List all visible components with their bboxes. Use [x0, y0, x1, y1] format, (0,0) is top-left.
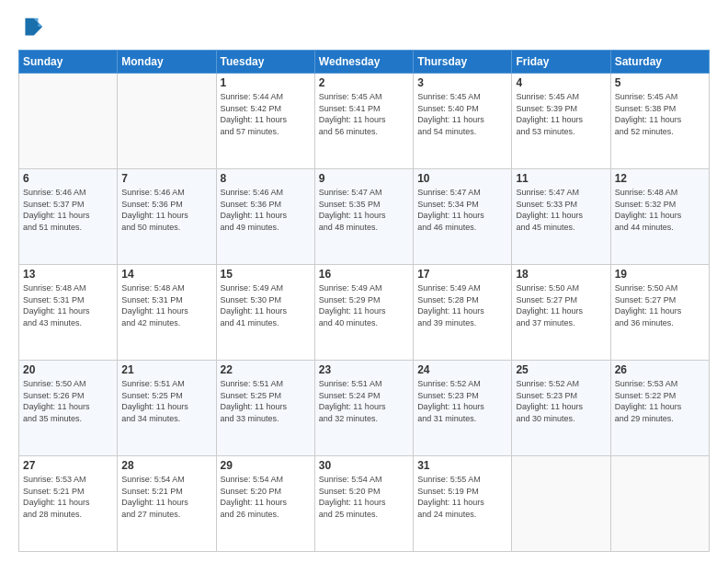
day-info: Sunrise: 5:46 AM Sunset: 5:37 PM Dayligh…	[23, 187, 113, 233]
calendar-cell: 9Sunrise: 5:47 AM Sunset: 5:35 PM Daylig…	[314, 169, 413, 265]
calendar-cell: 23Sunrise: 5:51 AM Sunset: 5:24 PM Dayli…	[314, 361, 413, 456]
day-number: 16	[319, 268, 409, 281]
calendar-week-5: 27Sunrise: 5:53 AM Sunset: 5:21 PM Dayli…	[19, 456, 710, 552]
calendar-cell: 6Sunrise: 5:46 AM Sunset: 5:37 PM Daylig…	[19, 169, 118, 265]
day-info: Sunrise: 5:48 AM Sunset: 5:31 PM Dayligh…	[121, 282, 211, 328]
calendar-weekday-thursday: Thursday	[414, 51, 512, 74]
day-number: 3	[417, 76, 507, 89]
calendar-cell: 12Sunrise: 5:48 AM Sunset: 5:32 PM Dayli…	[610, 169, 709, 265]
day-number: 6	[23, 172, 113, 185]
day-info: Sunrise: 5:49 AM Sunset: 5:30 PM Dayligh…	[221, 282, 311, 328]
calendar-week-4: 20Sunrise: 5:50 AM Sunset: 5:26 PM Dayli…	[19, 361, 710, 456]
day-number: 13	[23, 268, 113, 281]
calendar-cell: 21Sunrise: 5:51 AM Sunset: 5:25 PM Dayli…	[118, 361, 216, 456]
day-info: Sunrise: 5:54 AM Sunset: 5:21 PM Dayligh…	[121, 474, 211, 520]
day-number: 8	[221, 172, 311, 185]
day-info: Sunrise: 5:48 AM Sunset: 5:32 PM Dayligh…	[615, 187, 705, 233]
logo	[18, 15, 48, 40]
day-info: Sunrise: 5:45 AM Sunset: 5:40 PM Dayligh…	[417, 91, 507, 137]
calendar-cell: 5Sunrise: 5:45 AM Sunset: 5:38 PM Daylig…	[610, 74, 709, 169]
day-info: Sunrise: 5:47 AM Sunset: 5:34 PM Dayligh…	[417, 187, 507, 233]
calendar-cell: 30Sunrise: 5:54 AM Sunset: 5:20 PM Dayli…	[314, 456, 413, 552]
day-number: 29	[221, 459, 311, 472]
day-info: Sunrise: 5:49 AM Sunset: 5:29 PM Dayligh…	[319, 282, 409, 328]
logo-icon	[18, 15, 44, 40]
day-number: 28	[121, 459, 211, 472]
calendar-cell: 3Sunrise: 5:45 AM Sunset: 5:40 PM Daylig…	[414, 74, 512, 169]
calendar-weekday-saturday: Saturday	[610, 51, 709, 74]
day-number: 2	[319, 76, 409, 89]
day-info: Sunrise: 5:50 AM Sunset: 5:27 PM Dayligh…	[615, 282, 705, 328]
calendar-cell: 24Sunrise: 5:52 AM Sunset: 5:23 PM Dayli…	[414, 361, 512, 456]
calendar-cell: 10Sunrise: 5:47 AM Sunset: 5:34 PM Dayli…	[414, 169, 512, 265]
calendar-cell: 26Sunrise: 5:53 AM Sunset: 5:22 PM Dayli…	[610, 361, 709, 456]
calendar-cell: 27Sunrise: 5:53 AM Sunset: 5:21 PM Dayli…	[19, 456, 118, 552]
day-number: 20	[23, 363, 113, 376]
calendar-cell: 25Sunrise: 5:52 AM Sunset: 5:23 PM Dayli…	[512, 361, 610, 456]
day-info: Sunrise: 5:49 AM Sunset: 5:28 PM Dayligh…	[417, 282, 507, 328]
calendar-cell: 1Sunrise: 5:44 AM Sunset: 5:42 PM Daylig…	[216, 74, 314, 169]
calendar-cell: 8Sunrise: 5:46 AM Sunset: 5:36 PM Daylig…	[216, 169, 314, 265]
day-number: 26	[615, 363, 705, 376]
calendar-cell: 14Sunrise: 5:48 AM Sunset: 5:31 PM Dayli…	[118, 265, 216, 361]
calendar-cell	[118, 74, 216, 169]
day-number: 4	[516, 76, 606, 89]
day-info: Sunrise: 5:50 AM Sunset: 5:27 PM Dayligh…	[516, 282, 606, 328]
day-info: Sunrise: 5:54 AM Sunset: 5:20 PM Dayligh…	[221, 474, 311, 520]
calendar-cell: 19Sunrise: 5:50 AM Sunset: 5:27 PM Dayli…	[610, 265, 709, 361]
day-number: 19	[615, 268, 705, 281]
calendar-weekday-tuesday: Tuesday	[216, 51, 314, 74]
day-info: Sunrise: 5:55 AM Sunset: 5:19 PM Dayligh…	[417, 474, 507, 520]
day-info: Sunrise: 5:51 AM Sunset: 5:25 PM Dayligh…	[221, 378, 311, 424]
day-number: 25	[516, 363, 606, 376]
calendar-week-3: 13Sunrise: 5:48 AM Sunset: 5:31 PM Dayli…	[19, 265, 710, 361]
calendar-cell: 11Sunrise: 5:47 AM Sunset: 5:33 PM Dayli…	[512, 169, 610, 265]
day-info: Sunrise: 5:52 AM Sunset: 5:23 PM Dayligh…	[516, 378, 606, 424]
calendar-cell: 16Sunrise: 5:49 AM Sunset: 5:29 PM Dayli…	[314, 265, 413, 361]
day-number: 12	[615, 172, 705, 185]
day-info: Sunrise: 5:46 AM Sunset: 5:36 PM Dayligh…	[121, 187, 211, 233]
day-info: Sunrise: 5:45 AM Sunset: 5:39 PM Dayligh…	[516, 91, 606, 137]
day-info: Sunrise: 5:47 AM Sunset: 5:35 PM Dayligh…	[319, 187, 409, 233]
calendar-weekday-sunday: Sunday	[19, 51, 118, 74]
day-info: Sunrise: 5:51 AM Sunset: 5:25 PM Dayligh…	[121, 378, 211, 424]
calendar-cell: 20Sunrise: 5:50 AM Sunset: 5:26 PM Dayli…	[19, 361, 118, 456]
day-number: 15	[221, 268, 311, 281]
calendar-cell: 4Sunrise: 5:45 AM Sunset: 5:39 PM Daylig…	[512, 74, 610, 169]
calendar-cell: 28Sunrise: 5:54 AM Sunset: 5:21 PM Dayli…	[118, 456, 216, 552]
calendar-cell: 31Sunrise: 5:55 AM Sunset: 5:19 PM Dayli…	[414, 456, 512, 552]
calendar-weekday-monday: Monday	[118, 51, 216, 74]
calendar-cell	[19, 74, 118, 169]
calendar-cell: 22Sunrise: 5:51 AM Sunset: 5:25 PM Dayli…	[216, 361, 314, 456]
calendar-cell: 17Sunrise: 5:49 AM Sunset: 5:28 PM Dayli…	[414, 265, 512, 361]
calendar-header-row: SundayMondayTuesdayWednesdayThursdayFrid…	[19, 51, 710, 74]
day-number: 23	[319, 363, 409, 376]
day-number: 1	[221, 76, 311, 89]
day-info: Sunrise: 5:44 AM Sunset: 5:42 PM Dayligh…	[221, 91, 311, 137]
day-number: 21	[121, 363, 211, 376]
svg-marker-0	[25, 18, 42, 36]
page: SundayMondayTuesdayWednesdayThursdayFrid…	[0, 0, 728, 563]
calendar-cell	[610, 456, 709, 552]
day-info: Sunrise: 5:47 AM Sunset: 5:33 PM Dayligh…	[516, 187, 606, 233]
day-info: Sunrise: 5:45 AM Sunset: 5:41 PM Dayligh…	[319, 91, 409, 137]
calendar-cell: 13Sunrise: 5:48 AM Sunset: 5:31 PM Dayli…	[19, 265, 118, 361]
calendar-weekday-wednesday: Wednesday	[314, 51, 413, 74]
day-info: Sunrise: 5:46 AM Sunset: 5:36 PM Dayligh…	[221, 187, 311, 233]
day-number: 7	[121, 172, 211, 185]
day-number: 22	[221, 363, 311, 376]
day-number: 30	[319, 459, 409, 472]
calendar-cell: 15Sunrise: 5:49 AM Sunset: 5:30 PM Dayli…	[216, 265, 314, 361]
day-info: Sunrise: 5:51 AM Sunset: 5:24 PM Dayligh…	[319, 378, 409, 424]
day-number: 14	[121, 268, 211, 281]
calendar-table: SundayMondayTuesdayWednesdayThursdayFrid…	[18, 50, 710, 552]
calendar-weekday-friday: Friday	[512, 51, 610, 74]
day-number: 27	[23, 459, 113, 472]
day-number: 9	[319, 172, 409, 185]
day-number: 18	[516, 268, 606, 281]
calendar-cell: 29Sunrise: 5:54 AM Sunset: 5:20 PM Dayli…	[216, 456, 314, 552]
day-info: Sunrise: 5:52 AM Sunset: 5:23 PM Dayligh…	[417, 378, 507, 424]
header	[18, 15, 710, 40]
calendar-cell: 2Sunrise: 5:45 AM Sunset: 5:41 PM Daylig…	[314, 74, 413, 169]
day-info: Sunrise: 5:54 AM Sunset: 5:20 PM Dayligh…	[319, 474, 409, 520]
